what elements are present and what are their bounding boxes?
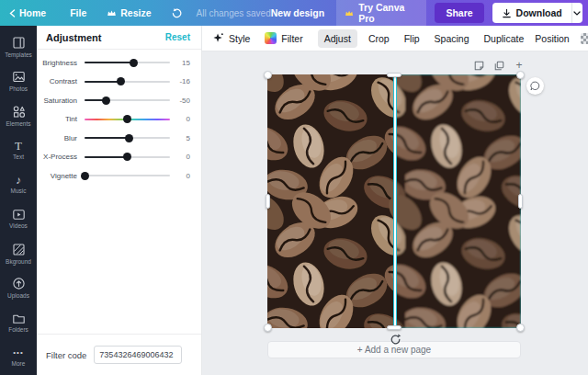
filter-button[interactable]: Filter: [265, 32, 302, 44]
slider-row-xprocess: X-Process 0: [37, 148, 201, 167]
page-notes-button[interactable]: [472, 59, 485, 72]
file-menu[interactable]: File: [70, 7, 86, 18]
sidebar-item-more[interactable]: ••• More: [0, 340, 37, 375]
page-actions: +: [472, 59, 526, 72]
download-label: Download: [516, 7, 562, 18]
transparency-button[interactable]: [581, 33, 588, 44]
download-icon: [502, 8, 512, 18]
templates-icon: [12, 36, 26, 50]
resize-handle-bottom-right[interactable]: [516, 324, 525, 332]
comment-bubble-icon: [529, 80, 541, 92]
new-design-button[interactable]: New design: [271, 7, 324, 18]
sidebar-item-videos[interactable]: Videos: [0, 202, 37, 237]
add-page-button[interactable]: +: [513, 59, 526, 72]
sidebar-item-photos[interactable]: Photos: [0, 64, 37, 99]
sidebar: Templates Photos Elements T Text ♪ Music…: [0, 26, 37, 375]
sidebar-item-uploads[interactable]: Uploads: [0, 271, 37, 306]
resize-handle-bottom[interactable]: [387, 325, 401, 330]
folders-icon: [12, 312, 26, 324]
resize-handle-left[interactable]: [266, 194, 270, 209]
sparkle-icon: [212, 32, 224, 44]
download-options-button[interactable]: [571, 3, 582, 23]
xprocess-slider-knob[interactable]: [123, 153, 131, 161]
xprocess-slider[interactable]: [85, 156, 170, 158]
resize-label: Resize: [120, 7, 151, 18]
editor-toolbar: Style Filter Adjust Crop Flip Spacing Du…: [202, 26, 588, 51]
saturation-slider[interactable]: [85, 99, 170, 101]
download-button[interactable]: Download: [492, 3, 582, 23]
flip-button[interactable]: Flip: [404, 33, 420, 44]
text-icon: T: [15, 141, 22, 152]
home-button[interactable]: Home: [9, 7, 46, 18]
vignette-value: 0: [170, 172, 190, 180]
sidebar-item-templates[interactable]: Templates: [0, 29, 37, 64]
tint-slider-knob[interactable]: [123, 115, 131, 123]
slider-row-blur: Blur 5: [37, 129, 201, 148]
slider-row-vignette: Vignette 0: [37, 166, 201, 186]
position-button[interactable]: Position: [535, 33, 569, 44]
filter-rainbow-icon: [265, 32, 277, 44]
slider-row-brightness: Brightness 15: [37, 53, 201, 73]
style-button[interactable]: Style: [212, 32, 250, 44]
duplicate-page-button[interactable]: [492, 59, 505, 72]
contrast-slider-knob[interactable]: [117, 77, 125, 85]
tint-slider[interactable]: [85, 119, 170, 120]
slider-row-saturation: Saturation -50: [37, 91, 201, 110]
adjustment-title: Adjustment: [46, 32, 102, 43]
content-area: Style Filter Adjust Crop Flip Spacing Du…: [202, 26, 588, 375]
duplicate-page-icon: [493, 60, 505, 72]
reset-button[interactable]: Reset: [165, 32, 190, 42]
home-label: Home: [19, 7, 46, 18]
brightness-slider-knob[interactable]: [130, 59, 138, 67]
elements-icon: [12, 105, 26, 119]
design-page[interactable]: [267, 74, 521, 328]
saturation-value: -50: [170, 97, 190, 105]
crown-icon: [107, 9, 117, 17]
undo-button[interactable]: [170, 7, 182, 18]
page-image-left[interactable]: [267, 74, 393, 328]
sidebar-item-text[interactable]: T Text: [0, 133, 37, 168]
filter-code-label: Filter code: [46, 350, 86, 360]
brightness-slider[interactable]: [85, 62, 170, 63]
rotate-handle[interactable]: [389, 333, 402, 347]
resize-handle-top-right[interactable]: [516, 71, 525, 79]
page-image-right[interactable]: [395, 74, 523, 328]
comment-button[interactable]: [526, 77, 544, 95]
sidebar-item-background[interactable]: Bkground: [0, 236, 37, 271]
adjust-button-selected[interactable]: Adjust: [318, 29, 357, 48]
resize-handle-bottom-left[interactable]: [264, 324, 272, 332]
sidebar-item-music[interactable]: ♪ Music: [0, 167, 37, 202]
blur-slider-knob[interactable]: [125, 134, 133, 142]
topbar-right-group: New design Try Canva Pro Share Download: [271, 0, 588, 28]
crop-button[interactable]: Crop: [368, 33, 390, 44]
resize-button[interactable]: Resize: [107, 7, 151, 18]
sidebar-item-elements[interactable]: Elements: [0, 98, 37, 133]
slider-row-tint: Tint 0: [37, 110, 201, 130]
contrast-slider[interactable]: [85, 81, 170, 83]
toolbar-right-group: Duplicate Position: [484, 31, 588, 45]
resize-handle-right[interactable]: [518, 194, 523, 209]
crown-pro-icon: [345, 9, 354, 17]
blur-slider[interactable]: [85, 137, 170, 139]
resize-handle-top-left[interactable]: [264, 71, 272, 79]
music-icon: ♪: [16, 175, 21, 186]
sliders-group: Brightness 15 Contrast -16 Saturation -5…: [37, 50, 201, 186]
filter-code-input[interactable]: [94, 346, 182, 364]
background-icon: [12, 243, 26, 256]
try-canva-pro-button[interactable]: Try Canva Pro: [336, 0, 426, 28]
vignette-slider[interactable]: [85, 175, 170, 176]
duplicate-button[interactable]: Duplicate: [484, 33, 525, 44]
spacing-button[interactable]: Spacing: [435, 33, 469, 44]
file-label: File: [70, 7, 86, 18]
rotate-icon: [389, 333, 402, 347]
top-bar: Home File Resize All changes saved New d…: [0, 0, 588, 26]
slider-row-contrast: Contrast -16: [37, 73, 201, 92]
adjustment-panel-header: Adjustment Reset: [37, 26, 201, 50]
canvas-area[interactable]: +: [202, 51, 588, 375]
share-button[interactable]: Share: [435, 3, 483, 23]
download-main[interactable]: Download: [492, 3, 571, 23]
sidebar-item-folders[interactable]: Folders: [0, 305, 37, 340]
vignette-slider-knob[interactable]: [81, 172, 89, 180]
saturation-slider-knob[interactable]: [102, 97, 110, 105]
resize-handle-top[interactable]: [387, 73, 401, 77]
